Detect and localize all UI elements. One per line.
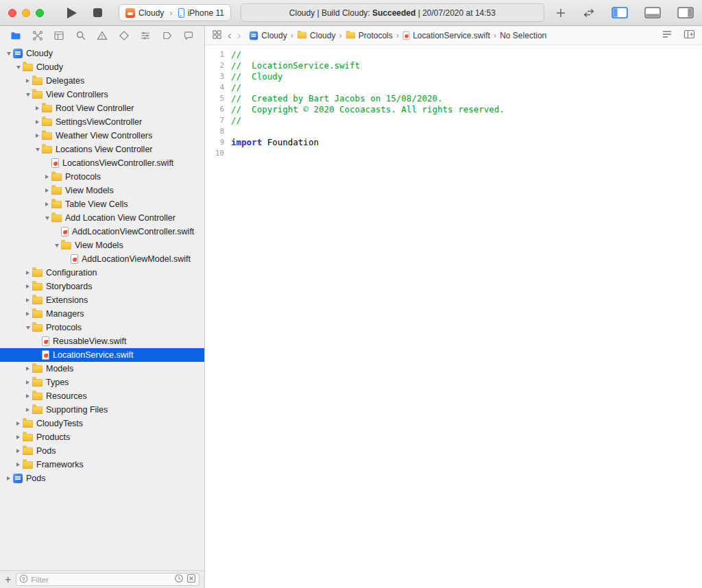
report-navigator-icon[interactable] [182, 29, 195, 42]
disclosure-expanded-icon[interactable] [23, 93, 32, 97]
tree-item-root-view-controller[interactable]: Root View Controller [0, 101, 204, 115]
zoom-window-button[interactable] [36, 9, 44, 17]
tree-item-supporting-files[interactable]: Supporting Files [0, 403, 204, 417]
filter-field[interactable] [16, 573, 199, 586]
code-line-1[interactable]: 1// [205, 49, 702, 60]
code-line-10[interactable]: 10 [205, 148, 702, 159]
disclosure-expanded-icon[interactable] [52, 244, 61, 247]
tree-item-delegates[interactable]: Delegates [0, 74, 204, 88]
disclosure-collapsed-icon[interactable] [14, 421, 23, 426]
forward-chevron-icon[interactable]: › [237, 29, 241, 41]
back-chevron-icon[interactable]: ‹ [228, 29, 232, 41]
code-line-9[interactable]: 9import Foundation [205, 137, 702, 148]
code-line-4[interactable]: 4// [205, 82, 702, 93]
tree-item-view-models[interactable]: View Models [0, 184, 204, 197]
disclosure-collapsed-icon[interactable] [23, 312, 32, 316]
disclosure-collapsed-icon[interactable] [33, 106, 42, 110]
disclosure-collapsed-icon[interactable] [23, 298, 32, 302]
add-files-button[interactable]: + [5, 574, 11, 585]
disclosure-collapsed-icon[interactable] [43, 202, 51, 206]
code-review-arrows-icon[interactable] [583, 8, 595, 19]
tree-item-reusableview-swift[interactable]: ReusableView.swift [0, 334, 204, 348]
toggle-navigator-panel-icon[interactable] [612, 7, 628, 19]
tree-item-cloudy[interactable]: Cloudy [0, 47, 204, 60]
disclosure-collapsed-icon[interactable] [23, 380, 32, 384]
find-navigator-icon[interactable] [75, 29, 87, 42]
tree-item-locationsviewcontroller-swift[interactable]: LocationsViewController.swift [0, 156, 204, 170]
close-window-button[interactable] [8, 9, 16, 17]
tree-item-storyboards[interactable]: Storyboards [0, 280, 204, 293]
disclosure-expanded-icon[interactable] [14, 66, 23, 69]
breadcrumb-item-cloudy[interactable]: Cloudy [249, 31, 287, 40]
disclosure-collapsed-icon[interactable] [4, 476, 13, 480]
breakpoint-navigator-icon[interactable] [161, 29, 173, 42]
tree-item-locations-view-controller[interactable]: Locations View Controller [0, 143, 204, 156]
disclosure-expanded-icon[interactable] [33, 148, 42, 151]
disclosure-collapsed-icon[interactable] [23, 408, 32, 412]
project-navigator-icon[interactable] [10, 29, 22, 42]
tree-item-configuration[interactable]: Configuration [0, 266, 204, 280]
disclosure-collapsed-icon[interactable] [23, 79, 32, 83]
disclosure-collapsed-icon[interactable] [14, 435, 23, 439]
filter-input[interactable] [31, 576, 171, 584]
tree-item-models[interactable]: Models [0, 362, 204, 376]
disclosure-collapsed-icon[interactable] [23, 394, 32, 398]
issue-navigator-icon[interactable] [96, 29, 108, 42]
tree-item-addlocationviewcontroller-swift[interactable]: AddLocationViewController.swift [0, 225, 204, 238]
disclosure-collapsed-icon[interactable] [23, 284, 32, 289]
code-line-7[interactable]: 7// [205, 115, 702, 126]
adjust-editor-options-icon[interactable] [662, 29, 673, 41]
breadcrumb-item-cloudy[interactable]: Cloudy [297, 31, 335, 40]
test-navigator-icon[interactable] [118, 29, 130, 42]
tree-item-cloudytests[interactable]: CloudyTests [0, 417, 204, 430]
debug-navigator-icon[interactable] [139, 29, 152, 42]
tree-item-types[interactable]: Types [0, 376, 204, 389]
source-control-navigator-icon[interactable] [32, 29, 44, 42]
tree-item-protocols[interactable]: Protocols [0, 321, 204, 334]
library-plus-icon[interactable] [555, 8, 566, 19]
disclosure-expanded-icon[interactable] [43, 217, 51, 220]
code-line-3[interactable]: 3// Cloudy [205, 71, 702, 82]
tree-item-add-location-view-controller[interactable]: Add Location View Controller [0, 211, 204, 225]
tree-item-table-view-cells[interactable]: Table View Cells [0, 197, 204, 211]
disclosure-collapsed-icon[interactable] [33, 120, 42, 124]
tree-item-extensions[interactable]: Extensions [0, 293, 204, 307]
tree-item-addlocationviewmodel-swift[interactable]: AddLocationViewModel.swift [0, 252, 204, 266]
disclosure-collapsed-icon[interactable] [14, 449, 23, 453]
tree-item-managers[interactable]: Managers [0, 307, 204, 321]
tree-item-resources[interactable]: Resources [0, 389, 204, 403]
source-control-status-filter-icon[interactable] [186, 574, 196, 585]
tree-item-frameworks[interactable]: Frameworks [0, 458, 204, 471]
add-editor-icon[interactable] [683, 29, 695, 41]
code-line-2[interactable]: 2// LocationService.swift [205, 60, 702, 71]
recent-files-clock-icon[interactable] [174, 574, 184, 585]
tree-item-weather-view-controllers[interactable]: Weather View Controllers [0, 129, 204, 143]
tree-item-view-models[interactable]: View Models [0, 238, 204, 252]
disclosure-collapsed-icon[interactable] [23, 367, 32, 371]
tree-item-view-controllers[interactable]: View Controllers [0, 88, 204, 101]
scheme-selector[interactable]: Cloudy › iPhone 11 [119, 4, 231, 21]
tree-item-settingsviewcontroller[interactable]: SettingsViewController [0, 115, 204, 129]
code-line-8[interactable]: 8 [205, 126, 702, 137]
disclosure-collapsed-icon[interactable] [33, 134, 42, 138]
tree-item-pods[interactable]: Pods [0, 471, 204, 485]
disclosure-collapsed-icon[interactable] [43, 175, 51, 179]
disclosure-collapsed-icon[interactable] [14, 463, 23, 467]
minimize-window-button[interactable] [22, 9, 30, 17]
code-line-6[interactable]: 6// Copyright © 2020 Cocoacasts. All rig… [205, 104, 702, 115]
breadcrumb-item-locationservice-swift[interactable]: LocationService.swift [402, 31, 490, 40]
code-area[interactable]: 1//2// LocationService.swift3// Cloudy4/… [205, 45, 702, 588]
disclosure-expanded-icon[interactable] [4, 52, 13, 56]
toggle-inspector-panel-icon[interactable] [677, 7, 694, 19]
code-line-5[interactable]: 5// Created by Bart Jacobs on 15/08/2020… [205, 93, 702, 104]
breadcrumb-item-protocols[interactable]: Protocols [346, 31, 393, 40]
run-button[interactable] [67, 8, 77, 19]
tree-item-pods[interactable]: Pods [0, 444, 204, 458]
stop-button[interactable] [93, 8, 102, 17]
related-items-grid-icon[interactable] [212, 29, 222, 42]
symbol-navigator-icon[interactable] [53, 29, 65, 42]
tree-item-cloudy[interactable]: Cloudy [0, 60, 204, 74]
disclosure-collapsed-icon[interactable] [23, 271, 32, 275]
disclosure-collapsed-icon[interactable] [43, 188, 51, 193]
tree-item-protocols[interactable]: Protocols [0, 170, 204, 184]
